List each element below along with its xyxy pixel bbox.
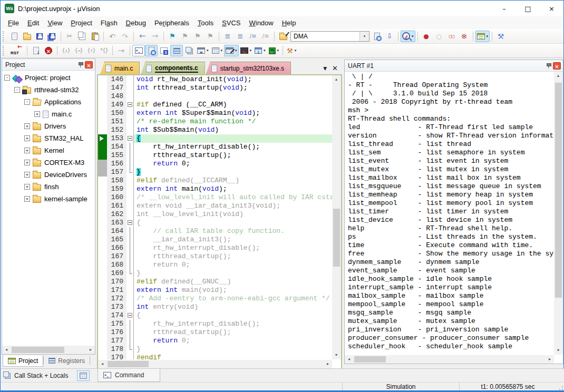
breakpoint-margin[interactable] — [98, 252, 107, 261]
new-file-button[interactable] — [8, 31, 21, 42]
breakpoint-margin[interactable] — [98, 328, 107, 337]
tree-item-cortex-m3[interactable]: +CORTEX-M3 — [2, 156, 95, 169]
fold-column[interactable] — [127, 219, 133, 227]
breakpoint-margin[interactable] — [98, 337, 107, 345]
code-line-151[interactable]: 151/* re-define main function */ — [98, 117, 332, 126]
tree-item-drivers[interactable]: +Drivers — [2, 120, 95, 132]
code-line-171[interactable]: 171extern int main(void); — [98, 286, 332, 295]
collapse-icon[interactable]: - — [24, 99, 30, 105]
navigate-forward-button[interactable]: → — [149, 31, 161, 42]
redo-button[interactable]: ↷ — [119, 31, 131, 42]
breakpoint-margin[interactable] — [98, 303, 107, 311]
tree-item-finsh[interactable]: +finsh — [2, 181, 95, 193]
command-window-button[interactable] — [132, 45, 145, 56]
breakpoint-margin[interactable] — [98, 117, 107, 126]
code-line-149[interactable]: 149#if defined (__CC_ARM) — [98, 101, 332, 109]
dock-tab-project[interactable]: Project — [3, 355, 43, 367]
breakpoint-margin[interactable] — [98, 202, 107, 210]
command-tab[interactable]: Command — [98, 369, 160, 382]
tree-item-rtthread-stm32[interactable]: -rtthread-stm32 — [2, 84, 95, 96]
combo-dropdown-icon[interactable]: ▾ — [359, 32, 369, 41]
dropdown-arrow-icon[interactable]: ▾ — [207, 48, 209, 53]
breakpoint-margin[interactable] — [98, 109, 107, 117]
breakpoint-margin[interactable] — [98, 320, 107, 328]
code-line-150[interactable]: 150extern int $Super$$main(void); — [98, 109, 332, 117]
symbols-window-button[interactable] — [158, 45, 170, 56]
expand-icon[interactable]: + — [24, 172, 30, 178]
fold-column[interactable] — [127, 101, 133, 109]
menu-project[interactable]: Project — [66, 17, 96, 28]
serial-windows-button[interactable]: ▾ — [224, 45, 239, 56]
breakpoint-margin[interactable] — [98, 126, 107, 134]
scroll-left-icon[interactable]: ◂ — [2, 346, 11, 354]
code-line-157[interactable]: 157} — [98, 168, 332, 177]
breakpoint-margin[interactable] — [98, 101, 107, 109]
stop-button[interactable] — [42, 45, 55, 56]
code-line-164[interactable]: 164 // call IAR table copy function. — [98, 227, 332, 236]
tree-item-stm32-hal[interactable]: +STM32_HAL — [2, 132, 95, 144]
code-line-155[interactable]: 155 rtthread_startup(); — [98, 151, 332, 160]
memory-windows-button[interactable]: ▾ — [210, 45, 225, 56]
code-line-154[interactable]: 154 rt_hw_interrupt_disable(); — [98, 143, 332, 151]
breakpoint-margin[interactable] — [98, 286, 107, 295]
save-button[interactable] — [33, 31, 46, 42]
editor-tab-components-c[interactable]: components.c — [141, 62, 205, 74]
tree-item-applications[interactable]: -Applications — [2, 96, 95, 108]
breakpoint-margin[interactable] — [98, 84, 107, 92]
incremental-find-button[interactable]: ⇩ — [383, 31, 396, 42]
scroll-up-icon[interactable]: ▴ — [332, 75, 341, 84]
collapse-icon[interactable]: - — [4, 75, 10, 81]
copy-button[interactable] — [76, 31, 89, 42]
uart-vscrollbar[interactable]: ▴ ▾ — [554, 72, 563, 355]
close-document-icon[interactable]: ✕ — [332, 64, 338, 72]
callstack-locals-tab[interactable]: Call Stack + Locals — [1, 369, 96, 382]
code-line-148[interactable]: 148 — [98, 92, 332, 101]
resize-grip[interactable] — [556, 383, 564, 390]
step-button[interactable]: {↓} — [60, 45, 72, 56]
tree-item-project-project[interactable]: -Project: project — [2, 72, 95, 84]
code-line-152[interactable]: 152int $Sub$$main(void) — [98, 126, 332, 134]
scroll-right-icon[interactable]: ▸ — [86, 346, 95, 354]
reset-button[interactable] — [8, 45, 25, 56]
tree-item-kernel-sample[interactable]: +kernel-sample — [2, 193, 95, 205]
insert-bookmark-button[interactable]: ⚑ — [166, 31, 179, 42]
project-tree-hscrollbar[interactable]: ◂ ▸ — [2, 346, 95, 354]
configure-wrench-button[interactable]: ⚒ — [494, 31, 507, 42]
toolbox-button[interactable]: ⚒▾ — [285, 45, 298, 56]
menu-help[interactable]: Help — [278, 17, 300, 28]
expand-icon[interactable]: + — [24, 160, 30, 165]
callstack-window-button[interactable] — [183, 45, 196, 56]
fold-collapse-icon[interactable] — [128, 220, 132, 225]
window-views-button[interactable]: ▾ — [475, 31, 490, 42]
menu-svcs[interactable]: SVCS — [218, 17, 245, 28]
insert-breakpoint-button[interactable]: ● — [420, 31, 433, 42]
code-line-172[interactable]: 172/* Add -eentry to arm-none-eabi-gcc a… — [98, 295, 332, 303]
scroll-down-icon[interactable]: ▾ — [554, 346, 562, 355]
previous-bookmark-button[interactable]: ⚑ — [179, 31, 191, 42]
code-line-146[interactable]: 146void rt_hw_board_init(void); — [98, 75, 332, 84]
code-editor[interactable]: 146void rt_hw_board_init(void);147int rt… — [98, 75, 332, 359]
uart-output[interactable]: \ | /- RT - Thread Operating System / | … — [345, 72, 554, 355]
dropdown-arrow-icon[interactable]: ▾ — [277, 48, 279, 53]
run-button[interactable] — [30, 45, 42, 56]
code-line-173[interactable]: 173int entry(void) — [98, 303, 332, 311]
code-line-160[interactable]: 160/* __low_level_init will auto called … — [98, 193, 332, 202]
navigate-back-button[interactable]: ← — [136, 31, 149, 42]
tab-list-dropdown-icon[interactable]: ▼ — [323, 66, 327, 71]
tree-item-devicedrivers[interactable]: +DeviceDrivers — [2, 169, 95, 181]
find-text-combo[interactable]: DMA▾ — [290, 31, 369, 42]
breakpoint-margin[interactable] — [98, 261, 107, 269]
scroll-right-icon[interactable]: ▸ — [546, 355, 554, 364]
indent-left-button[interactable]: ≣ — [234, 31, 247, 42]
menu-debug[interactable]: Debug — [122, 17, 150, 28]
execution-point-margin[interactable] — [98, 134, 107, 143]
dropdown-arrow-icon[interactable]: ▾ — [235, 48, 237, 53]
breakpoint-margin[interactable] — [98, 193, 107, 202]
peripherals-window-button[interactable]: ▾ — [267, 45, 281, 56]
code-line-166[interactable]: 166 rt_hw_interrupt_disable(); — [98, 244, 332, 252]
code-line-153[interactable]: 153{ — [98, 134, 332, 143]
editor-vscrollbar[interactable]: ▴ ▾ — [332, 75, 341, 359]
code-line-163[interactable]: 163{ — [98, 219, 332, 227]
breakpoint-margin[interactable] — [98, 244, 107, 252]
breakpoint-margin[interactable] — [98, 269, 107, 278]
